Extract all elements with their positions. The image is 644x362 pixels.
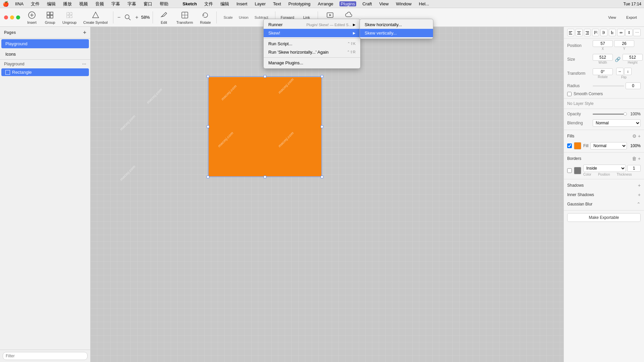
border-position-select[interactable]: Inside Outside Center <box>583 165 626 172</box>
distribute-v-btn[interactable]: ⇕ <box>625 29 633 36</box>
maximize-window-btn[interactable] <box>16 15 20 19</box>
page-playground[interactable]: Playground <box>1 39 89 48</box>
handle-tl[interactable] <box>207 75 209 78</box>
skew-vertical-item[interactable]: Skew vertically... <box>360 29 433 37</box>
menu-window-cn[interactable]: 窗口 <box>142 1 154 7</box>
rotate-btn[interactable]: Rotate <box>197 9 214 26</box>
handle-bm[interactable] <box>264 176 266 178</box>
radius-input[interactable] <box>626 82 641 89</box>
fill-color-swatch[interactable] <box>574 142 581 149</box>
opacity-thumb[interactable] <box>624 112 627 116</box>
menu-runner[interactable]: Runner Plugin/ Skew! — Edited S... ▶ <box>264 20 360 29</box>
borders-delete-btn[interactable]: 🗑 <box>632 156 637 161</box>
menu-manage-plugins[interactable]: Manage Plugins... <box>264 59 360 67</box>
menu-craft[interactable]: Craft <box>361 1 373 6</box>
border-thickness-input[interactable] <box>627 165 641 172</box>
handle-br[interactable] <box>321 176 323 178</box>
transform-btn[interactable]: Transform <box>174 9 196 26</box>
insert-btn[interactable]: Insert <box>23 9 40 26</box>
align-middle-btn[interactable] <box>600 29 607 36</box>
apple-icon[interactable]: 🍎 <box>3 1 9 7</box>
skew-horizontal-item[interactable]: Skew horizontally... <box>360 20 433 29</box>
align-center-btn[interactable] <box>576 29 583 36</box>
menu-view[interactable]: View <box>378 1 390 6</box>
layer-rectangle[interactable]: Rectangle <box>1 68 89 76</box>
more-align-btn[interactable]: ⋯ <box>633 29 641 36</box>
create-symbol-btn[interactable]: Create Symbol <box>80 9 110 26</box>
menu-layer[interactable]: Layer <box>253 1 267 6</box>
menu-file[interactable]: 文件 <box>203 1 214 7</box>
menu-help-cn[interactable]: 帮助 <box>158 1 170 7</box>
zoom-in-btn[interactable]: + <box>134 14 140 20</box>
menu-text[interactable]: Text <box>272 1 282 6</box>
menu-help[interactable]: Hel... <box>418 1 430 6</box>
make-exportable-btn[interactable]: Make Exportable <box>567 213 641 222</box>
menu-subtitle2[interactable]: 字幕 <box>126 1 138 7</box>
align-bottom-btn[interactable] <box>609 29 616 36</box>
view-btn[interactable]: View <box>604 14 621 21</box>
zoom-icon[interactable] <box>123 13 132 22</box>
fill-blending-select[interactable]: Normal <box>590 142 627 149</box>
menu-skew[interactable]: Skew! ▶ <box>264 29 360 37</box>
minimize-window-btn[interactable] <box>10 15 14 19</box>
filter-input[interactable] <box>3 352 88 360</box>
menu-window[interactable]: Window <box>395 1 413 6</box>
canvas-area[interactable]: macmj.com macmj.com macmj.com macmj.com … <box>91 27 564 362</box>
menu-iina[interactable]: IINA <box>14 1 25 6</box>
align-left-btn[interactable] <box>567 29 574 36</box>
union-btn[interactable]: Union <box>237 15 251 20</box>
canvas-selection[interactable]: macmj.com macmj.com macmj.com macmj.com <box>208 76 322 177</box>
border-color-swatch[interactable] <box>574 167 581 174</box>
menu-sketch[interactable]: Sketch <box>181 1 198 6</box>
shadows-add-btn[interactable]: + <box>638 183 641 188</box>
height-input[interactable] <box>623 54 643 61</box>
handle-tm[interactable] <box>264 75 266 78</box>
menu-arrange[interactable]: Arrange <box>317 1 335 6</box>
menu-subtitle[interactable]: 字幕 <box>110 1 121 7</box>
x-input[interactable] <box>593 40 613 47</box>
menu-audio[interactable]: 音频 <box>94 1 105 7</box>
ungroup-btn[interactable]: Ungroup <box>60 9 79 26</box>
align-right-btn[interactable] <box>584 29 591 36</box>
page-icons[interactable]: Icons <box>1 50 89 59</box>
group-btn[interactable]: Group <box>42 9 58 26</box>
handle-mr[interactable] <box>321 125 323 128</box>
handle-bl[interactable] <box>207 176 209 178</box>
menu-plugins[interactable]: Plugins <box>339 1 357 6</box>
handle-ml[interactable] <box>207 125 209 128</box>
borders-add-btn[interactable]: + <box>638 156 641 161</box>
menu-play[interactable]: 播放 <box>62 1 73 7</box>
flip-v-btn[interactable]: ↕ <box>624 68 632 75</box>
scale-btn[interactable]: Scale <box>221 15 235 20</box>
menu-run-script[interactable]: Run Script... ⌃⇧K <box>264 40 360 48</box>
zoom-out-btn[interactable]: − <box>116 14 122 20</box>
close-window-btn[interactable] <box>4 15 8 19</box>
fill-checkbox[interactable] <box>567 143 572 148</box>
pages-add-btn[interactable]: + <box>83 29 86 36</box>
radius-slider[interactable] <box>593 85 624 86</box>
lock-ratio-icon[interactable]: 🔗 <box>614 57 621 62</box>
fills-settings-btn[interactable]: ⚙ <box>632 133 637 139</box>
width-input[interactable] <box>593 54 613 61</box>
rotate-input[interactable] <box>593 68 613 75</box>
menu-run-again[interactable]: Run 'Skew horizontally...' Again ⌃⇧R <box>264 48 360 56</box>
export-btn[interactable]: Export <box>623 14 640 21</box>
fills-add-btn[interactable]: + <box>638 133 641 139</box>
blending-select[interactable]: Normal Multiply Screen <box>593 119 641 127</box>
menu-edit-cn[interactable]: 编辑 <box>46 1 57 7</box>
flip-h-btn[interactable]: ↔ <box>616 68 624 75</box>
menu-file-cn[interactable]: 文件 <box>30 1 41 7</box>
gaussian-blur-toggle[interactable]: ⌃ <box>637 201 641 207</box>
menu-video[interactable]: 视频 <box>78 1 89 7</box>
menu-prototyping[interactable]: Prototyping <box>287 1 312 6</box>
distribute-h-btn[interactable]: ⇔ <box>617 29 625 36</box>
inner-shadows-add-btn[interactable]: + <box>638 192 641 197</box>
smooth-corners-checkbox[interactable] <box>567 92 572 96</box>
edit-btn[interactable]: Edit <box>156 9 172 26</box>
handle-tr[interactable] <box>321 75 323 78</box>
opacity-slider[interactable] <box>593 114 627 115</box>
menu-insert[interactable]: Insert <box>235 1 249 6</box>
align-top-btn[interactable] <box>592 29 599 36</box>
y-input[interactable] <box>614 40 634 47</box>
border-checkbox[interactable] <box>567 168 572 173</box>
